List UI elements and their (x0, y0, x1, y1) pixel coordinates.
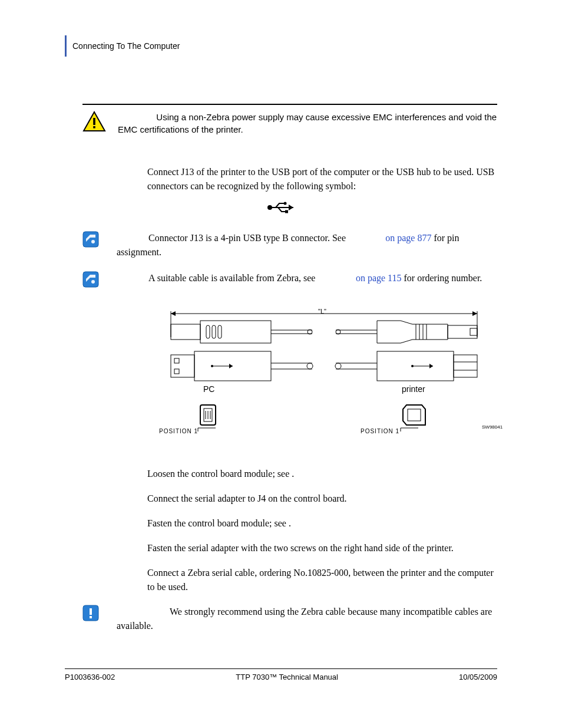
svg-rect-32 (448, 325, 477, 338)
svg-rect-10 (83, 272, 98, 287)
fig-pc-label: PC (203, 384, 214, 394)
note-icon (82, 231, 99, 250)
fig-printer-label: printer (402, 384, 425, 394)
note-cable: A suitable cable is available from Zebra… (82, 271, 497, 290)
svg-point-44 (335, 363, 341, 369)
page-footer: P1003636-002 TTP 7030™ Technical Manual … (65, 673, 497, 681)
svg-rect-51 (454, 355, 477, 377)
note1-before: Connector J13 is a 4-pin USB type B conn… (148, 233, 348, 243)
svg-rect-8 (83, 232, 98, 247)
svg-point-6 (284, 202, 287, 205)
svg-rect-36 (174, 369, 179, 374)
note-text: A suitable cable is available from Zebra… (117, 271, 497, 285)
svg-marker-50 (429, 364, 433, 368)
important-icon (82, 605, 99, 624)
usb-cable-figure: "L" PC printer POSITION 1 POSITION 1 SW9… (147, 308, 501, 443)
caution-body: Using a non-Zebra power supply may cause… (118, 112, 497, 134)
svg-rect-18 (200, 321, 271, 343)
caution-callout: Caution • Using a non-Zebra power supply… (82, 111, 497, 136)
svg-rect-17 (171, 324, 200, 340)
svg-rect-61 (90, 608, 92, 615)
step-3: Fasten the control board module; see . (147, 516, 497, 531)
footer-left: P1003636-002 (65, 673, 115, 681)
note2-before: A suitable cable is available from Zebra… (148, 273, 318, 283)
caution-text: Caution • Using a non-Zebra power supply… (118, 111, 497, 136)
svg-rect-35 (174, 358, 179, 363)
note1-link[interactable]: on page 877 (385, 233, 431, 243)
section-title: Connecting To The Computer (72, 41, 180, 51)
important-text: We strongly recommend using the Zebra ca… (117, 605, 497, 633)
fig-pos1-right: POSITION 1 (361, 428, 399, 434)
note2-link[interactable]: on page 115 (356, 273, 402, 283)
svg-rect-7 (285, 210, 288, 213)
svg-rect-62 (90, 616, 92, 618)
svg-point-9 (91, 240, 95, 243)
footer-divider (65, 668, 497, 669)
svg-rect-19 (206, 325, 210, 338)
svg-marker-5 (289, 205, 293, 210)
usb-symbol (65, 200, 497, 217)
svg-point-11 (91, 280, 95, 284)
step-4: Fasten the serial adapter with the two s… (147, 541, 497, 555)
svg-marker-14 (472, 311, 477, 316)
svg-rect-20 (212, 325, 216, 338)
svg-rect-33 (470, 328, 477, 335)
fig-code: SW98041 (482, 424, 503, 430)
footer-right: 10/05/2009 (459, 673, 497, 681)
svg-marker-40 (229, 364, 233, 368)
usb-paragraph: Connect J13 of the printer to the USB po… (147, 165, 497, 193)
page-header: Connecting To The Computer (65, 35, 497, 57)
step-5: Connect a Zebra serial cable, ordering N… (147, 566, 497, 594)
svg-rect-59 (408, 409, 421, 421)
fig-length-label: "L" (318, 308, 326, 315)
svg-rect-1 (93, 118, 95, 125)
step-2: Connect the serial adapter to J4 on the … (147, 492, 497, 506)
divider (82, 104, 497, 105)
svg-rect-21 (218, 325, 222, 338)
svg-point-43 (307, 363, 313, 369)
footer-center: TTP 7030™ Technical Manual (236, 673, 338, 681)
fig-pos1-left: POSITION 1 (159, 428, 198, 434)
svg-rect-2 (93, 126, 95, 129)
important-callout: We strongly recommend using the Zebra ca… (82, 605, 497, 633)
serial-steps: Loosen the control board module; see . C… (147, 467, 497, 594)
note-icon (82, 271, 99, 290)
step-1: Loosen the control board module; see . (147, 467, 497, 481)
note-text: Connector J13 is a 4-pin USB type B conn… (117, 231, 497, 259)
header-accent-bar (65, 35, 67, 57)
caution-icon (82, 111, 106, 134)
note-connector: Connector J13 is a 4-pin USB type B conn… (82, 231, 497, 259)
note2-after: for ordering number. (401, 273, 482, 283)
svg-marker-13 (171, 311, 176, 316)
